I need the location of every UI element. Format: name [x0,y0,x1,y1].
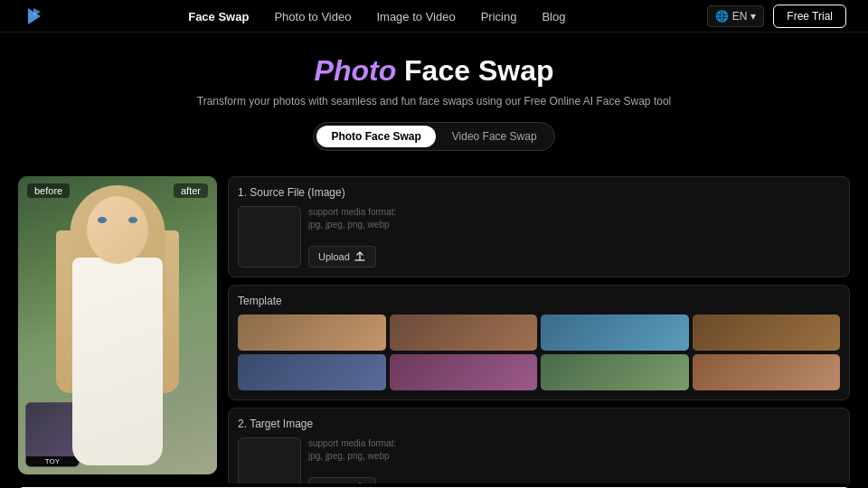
right-eye [128,217,137,223]
thumb-preview [26,403,79,456]
thumbnail-overlay: TOY [25,402,80,467]
template-item-4[interactable] [693,314,841,351]
target-upload-label: Upload [318,483,350,483]
main-content: before after TOY [0,176,868,483]
source-upload-info: support media format:jpg, jpeg, png, web… [308,206,840,267]
nav-item-image-to-video[interactable]: Image to Video [376,8,455,24]
language-selector[interactable]: 🌐 EN ▾ [707,5,765,27]
target-upload-area: support media format:jpg, jpeg, png, web… [238,437,840,483]
logo[interactable] [22,4,47,29]
tab-photo-face-swap[interactable]: Photo Face Swap [316,126,435,147]
flag-icon: 🌐 [715,10,729,23]
dress-shape [72,258,163,465]
hero-section: Photo Face Swap Transform your photos wi… [0,33,868,176]
ba-labels: before after [18,183,217,198]
source-format-text: support media format:jpg, jpeg, png, web… [308,206,840,231]
thumb-label-text: TOY [26,456,79,466]
nav-item-pricing[interactable]: Pricing [481,8,517,24]
template-title: Template [238,295,840,307]
hero-title-rest: Face Swap [396,54,553,87]
template-section: Template [228,285,850,400]
before-after-panel: before after TOY [18,176,217,474]
lang-label: EN [732,10,748,23]
target-upload-info: support media format:jpg, jpeg, png, web… [308,437,840,483]
face-shape [87,196,148,264]
hero-title: Photo Face Swap [18,54,850,88]
template-grid [238,314,840,390]
upload-label-text: Upload [318,251,350,262]
template-item-8[interactable] [693,354,841,390]
target-upload-icon [354,482,366,483]
left-eye [98,217,107,223]
target-section: 2. Target Image support media format:jpg… [228,408,850,483]
source-upload-area: support media format:jpg, jpeg, png, web… [238,206,840,267]
target-format-text: support media format:jpg, jpeg, png, web… [308,437,840,463]
nav-item-face-swap[interactable]: Face Swap [188,8,249,24]
target-upload-button[interactable]: Upload [308,477,376,483]
hero-subtitle: Transform your photos with seamless and … [18,95,850,108]
nav-links: Face Swap Photo to Video Image to Video … [188,8,565,24]
nav-item-blog[interactable]: Blog [542,8,565,24]
template-item-5[interactable] [238,354,386,390]
right-panel: 1. Source File (Image) support media for… [228,176,850,483]
source-preview-box [238,206,301,267]
source-upload-button[interactable]: Upload [308,246,376,267]
image-background: TOY [18,176,217,474]
nav-right: 🌐 EN ▾ Free Trial [707,5,846,28]
source-title: 1. Source File (Image) [238,186,840,199]
tab-video-face-swap[interactable]: Video Face Swap [438,126,552,147]
nav-item-photo-to-video[interactable]: Photo to Video [274,8,351,24]
upload-icon [354,250,366,263]
logo-icon [22,4,47,29]
chevron-down-icon: ▾ [750,10,756,23]
navbar: Face Swap Photo to Video Image to Video … [0,0,868,33]
template-item-2[interactable] [390,314,538,351]
source-section: 1. Source File (Image) support media for… [228,176,850,277]
hero-title-photo: Photo [315,54,397,87]
mode-tabs: Photo Face Swap Video Face Swap [313,122,554,151]
template-item-6[interactable] [390,354,538,390]
after-label: after [174,183,208,198]
before-label: before [27,183,70,198]
template-item-7[interactable] [541,354,689,390]
free-trial-button[interactable]: Free Trial [773,5,846,28]
target-title: 2. Target Image [238,418,840,430]
template-item-3[interactable] [541,314,689,351]
target-preview-box [238,437,301,483]
template-item-1[interactable] [238,314,386,351]
